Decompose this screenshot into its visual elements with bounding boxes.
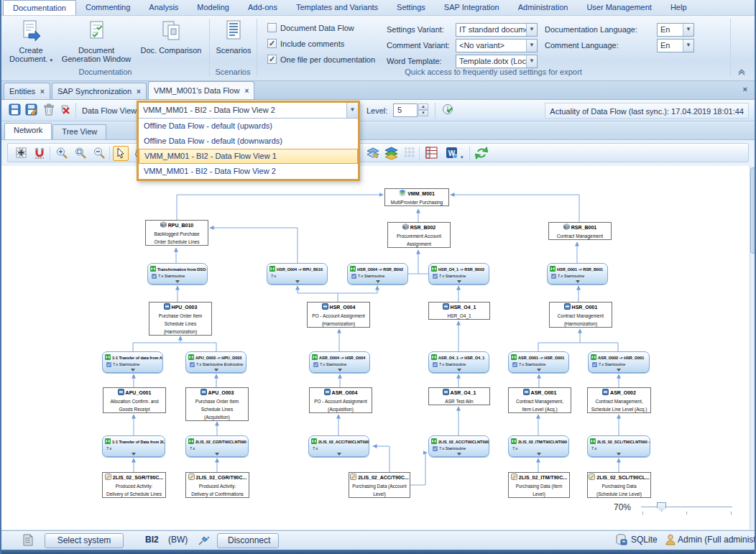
layers-icon[interactable] xyxy=(383,146,399,161)
transformation-2lis-02-acc-t90clnt090[interactable]: 2LIS_02_ACC/T90CLNT090 ->..7.x Startrout… xyxy=(428,435,489,457)
transformation-2lis-02-acc-t90clnt090[interactable]: 2LIS_02_ACC/T90CLNT090 ->..7.x xyxy=(308,435,369,457)
combo-comment-language[interactable]: En▼ xyxy=(657,39,694,52)
transformation-2lis-02-cgr-t90clnt090[interactable]: 2LIS_02_CGR/T90CLNT090 ->..7.x xyxy=(185,435,249,457)
node-2lis-02-scl-t90cl[interactable]: 2LIS_02_SCL/T90CL...Purchasing Data(Sche… xyxy=(587,472,651,498)
zoom-out-icon[interactable] xyxy=(91,146,107,161)
transformation-2lis-02-itm-t90clnt090[interactable]: 2LIS_02_ITM/T90CLNT090 ->..7.x xyxy=(508,435,569,457)
transformation-1-1-transfer-of-data-from-apu[interactable]: 1:1 Transfer of data from APU..7.x Start… xyxy=(102,351,163,373)
collapse-arrow-icon[interactable] xyxy=(337,453,341,456)
zoom-in-icon[interactable] xyxy=(54,146,70,161)
node-asr-o4-1[interactable]: ASR_O4_1ASR Test Alin xyxy=(428,387,490,405)
checked-checkbox-icon[interactable]: ✓ xyxy=(267,55,277,64)
transformation-1-1-transfer-of-data-from-2lis[interactable]: 1:1 Transfer of Data from 2LIS..7.x xyxy=(102,435,165,457)
combo-dropdown-arrow-icon[interactable]: ▼ xyxy=(683,24,693,36)
transformation-asr-o4-1-hsr-o4-1[interactable]: ASR_O4_1 -> HSR_O4_17.x Startroutine xyxy=(428,351,489,373)
word-export-icon[interactable]: W ▾ xyxy=(442,146,466,161)
combo-word-template[interactable]: Template.dotx (Local)▼ xyxy=(456,55,538,68)
node-rsr-b001[interactable]: RSR_B001Contract Management xyxy=(548,222,612,240)
ribbon-tab-analysis[interactable]: Analysis xyxy=(139,0,188,15)
transformation-hsr-o004-rpu-b010[interactable]: HSR_O004 -> RPU_B0107.x xyxy=(267,263,328,285)
vertical-scrollbar-thumb[interactable] xyxy=(750,167,756,254)
collapse-ribbon-icon[interactable] xyxy=(737,69,746,78)
collapse-arrow-icon[interactable] xyxy=(457,280,461,283)
disconnect-button[interactable]: Disconnect xyxy=(217,533,279,548)
collapse-arrow-icon[interactable] xyxy=(617,369,621,371)
layers-edit-icon[interactable] xyxy=(365,146,381,161)
ribbon-tab-administration[interactable]: Administration xyxy=(509,0,578,15)
ribbon-tab-modeling[interactable]: Modeling xyxy=(188,0,239,15)
transformation-asr-o002-hsr-o001[interactable]: ASR_O002 -> HSR_O0017.x Startroutine xyxy=(588,351,650,373)
create-document-button[interactable]: Create Document. ▾ xyxy=(7,19,55,65)
doc-comparison-button[interactable]: Doc. Comparison xyxy=(137,19,206,55)
node-hsr-o004[interactable]: HSR_O004PO - Account Assignment(Harmoniz… xyxy=(307,302,370,328)
legend-table-icon[interactable] xyxy=(423,146,439,161)
combo-dropdown-arrow-icon[interactable]: ▼ xyxy=(683,40,693,52)
level-stepper[interactable]: ▲ ▼ xyxy=(418,103,428,117)
grid-icon[interactable] xyxy=(14,146,29,161)
ribbon-tab-templates-and-variants[interactable]: Templates and Variants xyxy=(287,0,387,15)
node-2lis-02-sgr-t90c[interactable]: 2LIS_02_SGR/T90C...Produced Activity:Del… xyxy=(102,472,166,498)
level-up-icon[interactable]: ▲ xyxy=(418,103,428,110)
node-hpu-o003[interactable]: HPU_O003Purchase Order ItemSchedule Line… xyxy=(149,302,212,336)
transformation-hsr-o4-1-rsr-b002[interactable]: HSR_O4_1 -> RSR_B0027.x Startroutine xyxy=(428,263,489,285)
dots-grid-icon[interactable] xyxy=(402,146,418,161)
node-2lis-02-cgr-t90c[interactable]: 2LIS_02_CGR/T90C...Produced Activity:Del… xyxy=(185,472,249,498)
checkbox-one-file-per-documentation[interactable]: ✓One file per documentation xyxy=(267,55,375,64)
dropdown-item-offline-data-flow-default-downwards[interactable]: Offline Data Flow - default (downwards) xyxy=(139,134,358,149)
collapse-arrow-icon[interactable] xyxy=(576,280,580,283)
collapse-arrow-icon[interactable] xyxy=(131,369,135,371)
dropdown-item-vmm-mm01-bi2-data-flow-view-1[interactable]: VMM_MM01 - BI2 - Data Flow View 1 xyxy=(139,149,358,164)
zoom-slider-track[interactable] xyxy=(641,507,732,507)
dropdown-item-vmm-mm01-bi2-data-flow-view-2[interactable]: VMM_MM01 - BI2 - Data Flow View 2 xyxy=(139,164,358,179)
sync-check-icon[interactable] xyxy=(441,103,455,118)
node-asr-o004[interactable]: ASR_O004PO - Account Assignment(Acquisit… xyxy=(309,387,372,413)
document-tab-entities[interactable]: Entities× xyxy=(4,83,50,99)
checkbox-include-comments[interactable]: ✓Include comments xyxy=(267,39,344,48)
collapse-arrow-icon[interactable] xyxy=(457,369,461,371)
node-rsr-b002[interactable]: RSR_B002Procurement AccountAssignment xyxy=(387,222,451,248)
transformation-2lis-02-scl-t90clnt090[interactable]: 2LIS_02_SCL/T90CLNT090 ->..7.x xyxy=(587,435,650,457)
close-tab-group-icon[interactable]: × xyxy=(743,85,747,93)
snap-magnet-icon[interactable] xyxy=(32,146,48,161)
node-hsr-o001[interactable]: HSR_O001Contract Management(Harmonizatio… xyxy=(549,302,612,328)
collapse-arrow-icon[interactable] xyxy=(617,453,621,456)
transformation-apu-o003-hpu-o003[interactable]: APU_O003 -> HPU_O0037.x Startroutine End… xyxy=(185,351,246,373)
tab-close-icon[interactable]: × xyxy=(40,84,45,99)
ribbon-tab-user-management[interactable]: User Management xyxy=(577,0,661,15)
zoom-fit-icon[interactable] xyxy=(73,146,88,161)
view-tab-network[interactable]: Network xyxy=(4,123,52,139)
network-diagram-canvas[interactable]: VMM_M001MultiProvider PurchasingRPU_B010… xyxy=(1,166,756,530)
document-tab-vmm-m001-s-data-flow[interactable]: VMM_M001's Data Flow× xyxy=(148,81,254,99)
node-rpu-b010[interactable]: RPU_B010Backlogged PurchaseOrder Schedul… xyxy=(145,220,208,246)
collapse-arrow-icon[interactable] xyxy=(295,280,300,283)
node-apu-o001[interactable]: APU_O001Allocation Confirm. andGoods Rec… xyxy=(103,387,166,413)
transformation-asr-o004-hsr-o004[interactable]: ASR_O004 -> HSR_O0047.x Startroutine xyxy=(309,351,370,373)
unchecked-checkbox-icon[interactable] xyxy=(267,23,277,32)
node-asr-o002[interactable]: ASR_O002Contract Management,Schedule Lin… xyxy=(587,387,651,413)
scenarios-button[interactable]: Scenarios xyxy=(213,19,254,55)
dropdown-item-offline-data-flow-default-upwards[interactable]: Offline Data Flow - default (upwards) xyxy=(139,119,358,134)
zoom-slider-thumb[interactable] xyxy=(657,502,666,512)
level-input[interactable]: 5 xyxy=(393,103,418,117)
collapse-arrow-icon[interactable] xyxy=(214,369,218,371)
save-as-button[interactable] xyxy=(24,103,38,118)
collapse-arrow-icon[interactable] xyxy=(132,453,136,456)
node-vmm-m001[interactable]: VMM_M001MultiProvider Purchasing xyxy=(384,188,449,206)
transformation-hsr-o004-rsr-b002[interactable]: HSR_O004 -> RSR_B0027.x Startroutine xyxy=(347,263,408,285)
combo-dropdown-arrow-icon[interactable]: ▼ xyxy=(346,103,358,118)
document-generation-window-button[interactable]: Document Generation Window xyxy=(60,19,132,63)
ribbon-tab-add-ons[interactable]: Add-ons xyxy=(239,0,287,15)
save-button[interactable] xyxy=(7,103,22,118)
collapse-arrow-icon[interactable] xyxy=(338,369,342,371)
node-hsr-o4-1[interactable]: HSR_O4_1HSR_O4_1 xyxy=(428,302,490,320)
ribbon-tab-settings[interactable]: Settings xyxy=(387,0,435,15)
transformation-transformation-from-dso-hp[interactable]: Transformation from DSO HP..7.x Startrou… xyxy=(147,263,208,285)
data-flow-view-combo[interactable]: VMM_MM01 - BI2 - Data Flow View 2 ▼ xyxy=(139,103,358,119)
delete-view-button[interactable] xyxy=(58,103,73,118)
combo-dropdown-arrow-icon[interactable]: ▼ xyxy=(526,24,537,36)
node-2lis-02-acc-t90c[interactable]: 2LIS_02_ACC/T90C...Purchasing Data (Acco… xyxy=(349,472,410,498)
transformation-asr-o001-hsr-o001[interactable]: ASR_O001 -> HSR_O0017.x Startroutine xyxy=(508,351,569,373)
collapse-arrow-icon[interactable] xyxy=(376,280,380,283)
transformation-hsr-o001-rsr-b001[interactable]: HSR_O001 -> RSR_B0017.x Startroutine xyxy=(547,263,608,285)
tab-close-icon[interactable]: × xyxy=(137,84,141,99)
